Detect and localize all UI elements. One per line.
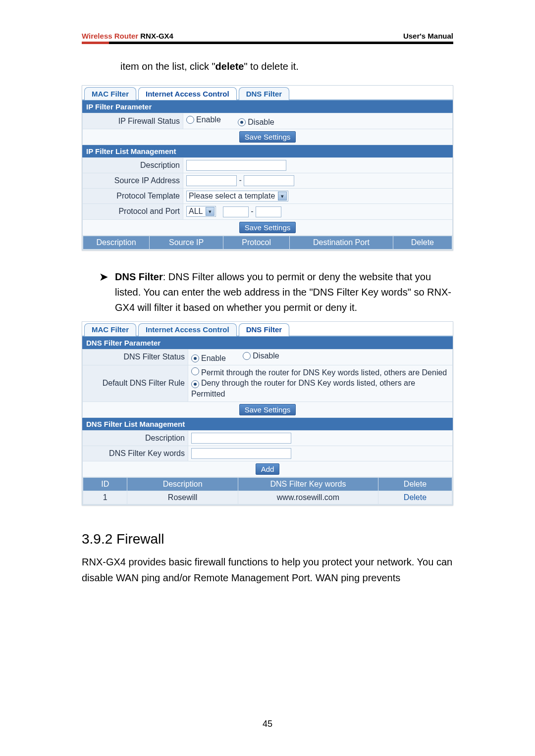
- tab-internet-access-control[interactable]: Internet Access Control: [138, 87, 237, 100]
- section-dns-filter-parameter: DNS Filter Parameter: [82, 337, 453, 349]
- col-description: Description: [83, 236, 150, 249]
- section-heading: 3.9.2 Firewall: [82, 531, 453, 547]
- ip-filter-list-header: Description Source IP Protocol Destinati…: [83, 235, 453, 250]
- tab-dns-filter[interactable]: DNS Filter: [239, 87, 290, 100]
- dns-filter-lead: DNS Filter: [115, 271, 163, 282]
- arrow-icon: ➤: [100, 269, 108, 315]
- doc-header: Wireless Router RNX-GX4 User's Manual: [82, 32, 453, 40]
- save-settings-button[interactable]: Save Settings: [239, 131, 296, 143]
- dash: -: [251, 207, 253, 215]
- dns-filter-status-label: DNS Filter Status: [83, 349, 188, 365]
- section-body: RNX-GX4 provides basic firewall function…: [82, 554, 453, 586]
- radio-enable-label: Enable: [196, 115, 221, 124]
- radio-enable-dns[interactable]: Enable: [191, 354, 226, 363]
- tab-mac-filter[interactable]: MAC Filter: [84, 87, 136, 100]
- radio-enable-dns-label: Enable: [201, 354, 226, 363]
- table-row: 1 Rosewill www.rosewill.com Delete: [83, 491, 452, 504]
- model: RNX-GX4: [140, 32, 173, 40]
- dns-filter-list-header: ID Description DNS Filter Key words Dele…: [83, 477, 452, 491]
- save-settings-button-2[interactable]: Save Settings: [239, 222, 296, 233]
- intro-post: " to delete it.: [244, 61, 299, 72]
- protocol-port-label: Protocol and Port: [83, 204, 183, 220]
- section-ip-filter-list-mgmt: IP Filter List Management: [82, 145, 453, 157]
- save-settings-button-3[interactable]: Save Settings: [239, 404, 296, 415]
- tab-bar-2: MAC Filter Internet Access Control DNS F…: [82, 322, 453, 337]
- protocol-value: ALL: [189, 207, 203, 216]
- source-ip-end-input[interactable]: [244, 175, 294, 186]
- source-ip-start-input[interactable]: [186, 175, 237, 186]
- col-delete-2: Delete: [378, 477, 452, 491]
- protocol-template-value: Please select a template: [189, 192, 275, 201]
- cell-desc: Rosewill: [127, 491, 238, 504]
- description-label: Description: [83, 158, 183, 173]
- intro-bold: delete: [215, 61, 244, 72]
- page-number: 45: [0, 719, 535, 729]
- dash: -: [239, 176, 241, 184]
- col-dest-port: Destination Port: [290, 236, 393, 249]
- ip-firewall-status-label: IP Firewall Status: [83, 113, 183, 129]
- dns-filter-paragraph: ➤ DNS Filter: DNS Filter allows you to p…: [100, 269, 453, 315]
- dns-filter-list-table: Description DNS Filter Key words Add ID …: [82, 430, 453, 505]
- radio-disable-dns-label: Disable: [253, 352, 279, 360]
- col-protocol: Protocol: [223, 236, 290, 249]
- col-description-2: Description: [127, 477, 238, 491]
- col-source-ip: Source IP: [150, 236, 223, 249]
- dns-description-label: Description: [83, 430, 188, 446]
- tab-bar: MAC Filter Internet Access Control DNS F…: [82, 86, 453, 101]
- section-dns-filter-list-mgmt: DNS Filter List Management: [82, 418, 453, 430]
- cell-key: www.rosewill.com: [238, 491, 378, 504]
- protocol-template-label: Protocol Template: [83, 189, 183, 204]
- ip-filter-card: MAC Filter Internet Access Control DNS F…: [82, 85, 453, 251]
- protocol-template-select[interactable]: Please select a template ▾: [186, 191, 288, 202]
- radio-deny-label: Deny through the router for DNS Key word…: [191, 379, 415, 398]
- section-ip-filter-parameter: IP Filter Parameter: [82, 101, 453, 113]
- delete-link[interactable]: Delete: [404, 493, 427, 502]
- chevron-down-icon: ▾: [278, 192, 287, 201]
- col-id: ID: [83, 477, 127, 491]
- dns-description-input[interactable]: [191, 433, 291, 444]
- default-dns-rule-label: Default DNS Filter Rule: [83, 365, 188, 402]
- dns-filter-body: : DNS Filter allows you to permit or den…: [115, 271, 451, 313]
- radio-deny[interactable]: [191, 380, 199, 388]
- radio-disable-label: Disable: [248, 118, 274, 127]
- dns-keywords-label: DNS Filter Key words: [83, 446, 188, 461]
- tab-mac-filter-2[interactable]: MAC Filter: [84, 323, 136, 336]
- intro-line: item on the list, click "delete" to dele…: [120, 61, 453, 72]
- radio-permit[interactable]: [191, 367, 199, 375]
- brand: Wireless Router: [82, 32, 138, 40]
- tab-internet-access-control-2[interactable]: Internet Access Control: [138, 323, 237, 336]
- radio-disable-dns[interactable]: Disable: [243, 352, 279, 360]
- dns-filter-card: MAC Filter Internet Access Control DNS F…: [82, 321, 453, 505]
- ip-filter-list-table: Description Source IP Address - Protocol…: [82, 157, 453, 250]
- radio-enable[interactable]: Enable: [186, 115, 221, 124]
- port-end-input[interactable]: [256, 206, 281, 217]
- source-ip-label: Source IP Address: [83, 173, 183, 189]
- radio-disable[interactable]: Disable: [238, 118, 274, 127]
- col-keywords: DNS Filter Key words: [238, 477, 378, 491]
- header-rule: [82, 42, 453, 44]
- chevron-down-icon: ▾: [206, 207, 214, 216]
- description-input[interactable]: [186, 160, 286, 171]
- dns-filter-parameter-table: DNS Filter Status Enable Disable Default…: [82, 349, 453, 418]
- intro-pre: item on the list, click ": [120, 61, 215, 72]
- ip-filter-parameter-table: IP Firewall Status Enable Disable Save S…: [82, 113, 453, 145]
- cell-id: 1: [83, 491, 127, 504]
- add-button[interactable]: Add: [256, 463, 280, 475]
- manual-label: User's Manual: [403, 32, 453, 40]
- dns-keywords-input[interactable]: [191, 448, 291, 459]
- protocol-select[interactable]: ALL ▾: [186, 206, 216, 217]
- radio-permit-label: Permit through the router for DNS Key wo…: [201, 368, 447, 377]
- col-delete: Delete: [393, 236, 452, 249]
- tab-dns-filter-2[interactable]: DNS Filter: [239, 323, 290, 336]
- port-start-input[interactable]: [223, 206, 249, 217]
